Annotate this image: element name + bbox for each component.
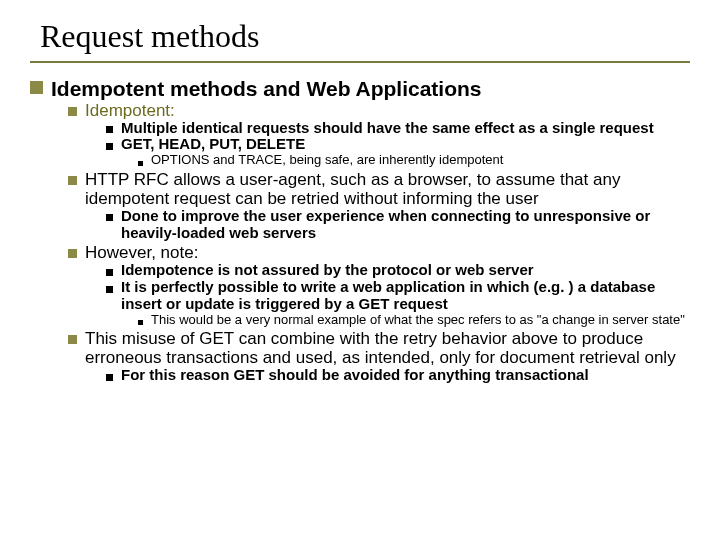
title-rule — [30, 61, 690, 63]
bullet-icon — [106, 214, 113, 221]
bullet-text: Multiple identical requests should have … — [121, 120, 654, 137]
bullet-icon — [68, 176, 77, 185]
bullet-l4: OPTIONS and TRACE, being safe, are inher… — [138, 153, 690, 168]
bullet-l3: For this reason GET should be avoided fo… — [106, 367, 690, 384]
slide: Request methods Idempotent methods and W… — [0, 0, 720, 540]
bullet-text: However, note: — [85, 243, 198, 262]
bullet-text: Done to improve the user experience when… — [121, 208, 690, 242]
bullet-text: Idempotent: — [85, 101, 175, 120]
bullet-text: HTTP RFC allows a user-agent, such as a … — [85, 170, 690, 208]
slide-title: Request methods — [40, 18, 690, 55]
bullet-text: For this reason GET should be avoided fo… — [121, 367, 589, 384]
bullet-icon — [106, 286, 113, 293]
bullet-icon — [68, 249, 77, 258]
bullet-icon — [106, 143, 113, 150]
bullet-text: OPTIONS and TRACE, being safe, are inher… — [151, 153, 503, 168]
bullet-text: Idempotence is not assured by the protoc… — [121, 262, 534, 279]
bullet-l2: HTTP RFC allows a user-agent, such as a … — [68, 170, 690, 208]
bullet-l4: This would be a very normal example of w… — [138, 313, 690, 328]
bullet-text: This would be a very normal example of w… — [151, 313, 685, 328]
bullet-text: Idempotent methods and Web Applications — [51, 77, 482, 101]
bullet-l3: It is perfectly possible to write a web … — [106, 279, 690, 313]
bullet-icon — [68, 107, 77, 116]
bullet-icon — [106, 126, 113, 133]
bullet-icon — [106, 374, 113, 381]
bullet-icon — [138, 161, 143, 166]
bullet-text: It is perfectly possible to write a web … — [121, 279, 690, 313]
bullet-l3: Done to improve the user experience when… — [106, 208, 690, 242]
bullet-l2: This misuse of GET can combine with the … — [68, 329, 690, 367]
bullet-icon — [106, 269, 113, 276]
bullet-l3: Multiple identical requests should have … — [106, 120, 690, 137]
bullet-l2: However, note: — [68, 243, 690, 262]
bullet-text: GET, HEAD, PUT, DELETE — [121, 136, 305, 153]
bullet-l1: Idempotent methods and Web Applications — [30, 77, 690, 101]
bullet-icon — [68, 335, 77, 344]
bullet-l2: Idempotent: — [68, 101, 690, 120]
bullet-l3: GET, HEAD, PUT, DELETE — [106, 136, 690, 153]
bullet-icon — [30, 81, 43, 94]
bullet-text: This misuse of GET can combine with the … — [85, 329, 690, 367]
bullet-l3: Idempotence is not assured by the protoc… — [106, 262, 690, 279]
bullet-icon — [138, 320, 143, 325]
